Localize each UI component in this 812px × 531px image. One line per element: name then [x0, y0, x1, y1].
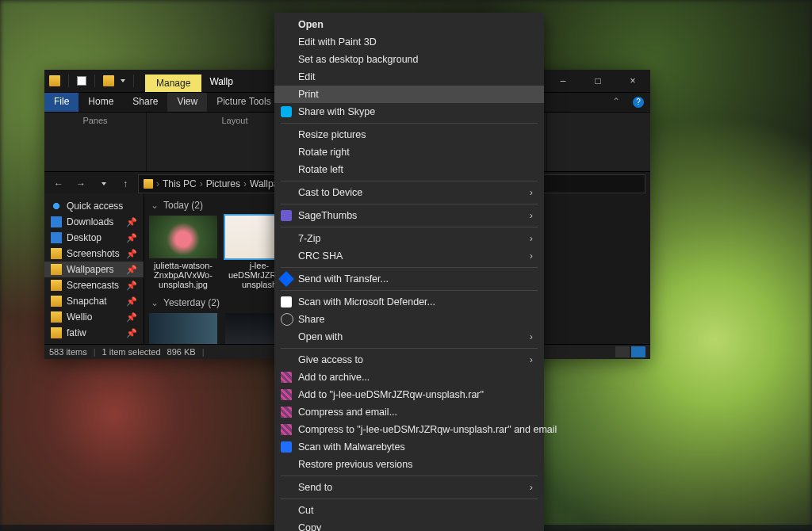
menu-item[interactable]: SageThumbs›	[274, 207, 544, 224]
pin-icon: 📌	[126, 233, 137, 243]
menu-item[interactable]: Scan with Malwarebytes	[274, 438, 544, 456]
chevron-down-icon	[102, 182, 106, 185]
pin-icon: 📌	[126, 217, 137, 227]
menu-item[interactable]: Edit with Paint 3D	[274, 33, 544, 51]
breadcrumb-segment[interactable]: Pictures	[206, 178, 240, 189]
pin-icon: 📌	[126, 296, 137, 307]
pin-icon: 📌	[126, 312, 137, 323]
view-thumbnails-button[interactable]	[631, 346, 645, 357]
thumbnail-image	[149, 313, 217, 345]
menu-item[interactable]: Set as desktop background	[274, 51, 544, 68]
menu-item-icon	[281, 296, 292, 308]
menu-item-label: Give access to	[298, 354, 363, 365]
menu-item[interactable]: Restore previous versions	[274, 456, 544, 473]
menu-item[interactable]: Copy	[274, 519, 544, 531]
back-button[interactable]: ←	[49, 174, 68, 193]
menu-item[interactable]: CRC SHA›	[274, 247, 544, 265]
menu-item[interactable]: Send with Transfer...	[274, 270, 544, 288]
menu-item[interactable]: Rotate right	[274, 143, 544, 161]
menu-item[interactable]: Resize pictures	[274, 126, 544, 143]
context-menu: OpenEdit with Paint 3DSet as desktop bac…	[274, 13, 544, 531]
menu-item[interactable]: Cast to Device›	[274, 184, 544, 201]
menu-item-icon	[281, 389, 292, 400]
forward-button[interactable]: →	[71, 174, 90, 193]
sidebar-item-label: Screenshots	[67, 248, 120, 259]
submenu-arrow-icon: ›	[530, 210, 533, 221]
sidebar-item[interactable]: Screencasts📌	[44, 277, 144, 293]
menu-item[interactable]: Share	[274, 311, 544, 328]
quick-access-toolbar	[44, 70, 137, 92]
folder-icon	[51, 280, 62, 291]
sidebar-quick-access[interactable]: Quick access	[44, 198, 144, 214]
tab-view[interactable]: View	[167, 93, 207, 112]
sidebar-item[interactable]: Snapchat📌	[44, 293, 144, 309]
menu-item-icon	[281, 407, 292, 418]
sidebar-item[interactable]: Downloads📌	[44, 214, 144, 230]
close-button[interactable]: ×	[615, 70, 650, 92]
menu-item[interactable]: Compress to "j-lee-ueDSMrJZRqw-unsplash.…	[274, 421, 544, 438]
menu-item-label: Rotate left	[298, 164, 343, 175]
status-item-count: 583 items	[49, 347, 87, 357]
menu-item[interactable]: Send to›	[274, 479, 544, 496]
window-title: Wallp	[201, 71, 241, 92]
file-thumbnail[interactable]	[149, 313, 217, 345]
sidebar-item-label: fatiw	[67, 327, 86, 338]
pin-icon: 📌	[126, 265, 137, 275]
folder-icon	[51, 248, 62, 259]
qat-dropdown-icon[interactable]	[121, 79, 125, 82]
qat-checkbox-icon[interactable]	[77, 76, 86, 86]
sidebar-item[interactable]: Wellio📌	[44, 309, 144, 325]
sidebar-item[interactable]: Screenshots📌	[44, 246, 144, 262]
up-button[interactable]: ↑	[116, 174, 135, 193]
menu-item-icon	[278, 271, 294, 287]
tab-home[interactable]: Home	[79, 93, 123, 112]
file-thumbnail[interactable]: julietta-watson-ZnxbpAIVxWo-unsplash.jpg	[149, 216, 217, 289]
submenu-arrow-icon: ›	[530, 354, 533, 365]
menu-item-label: 7-Zip	[298, 233, 320, 244]
menu-item[interactable]: Add to archive...	[274, 369, 544, 386]
submenu-arrow-icon: ›	[530, 187, 533, 198]
menu-item[interactable]: 7-Zip›	[274, 230, 544, 247]
sidebar-item-label: Snapchat	[67, 296, 107, 307]
menu-item-label: Set as desktop background	[298, 54, 419, 65]
tab-file[interactable]: File	[44, 93, 79, 112]
recent-dropdown[interactable]	[94, 174, 113, 193]
menu-item[interactable]: Print	[274, 86, 544, 103]
ribbon-group-label: Panes	[49, 114, 141, 127]
menu-item[interactable]: Compress and email...	[274, 403, 544, 421]
maximize-button[interactable]: □	[580, 70, 615, 92]
tab-picture-tools[interactable]: Picture Tools	[207, 93, 280, 112]
sidebar-item[interactable]: Desktop📌	[44, 230, 144, 246]
menu-item[interactable]: Add to "j-lee-ueDSMrJZRqw-unsplash.rar"	[274, 386, 544, 403]
menu-separator	[281, 181, 538, 181]
status-size: 896 KB	[167, 347, 196, 357]
menu-item-label: Copy	[298, 522, 321, 531]
menu-item-icon	[281, 441, 292, 453]
manage-contextual-tab[interactable]: Manage	[145, 74, 201, 92]
menu-item-icon	[281, 424, 292, 435]
menu-item-icon	[281, 313, 293, 326]
menu-separator	[281, 204, 538, 204]
tab-share[interactable]: Share	[123, 93, 167, 112]
sidebar-item[interactable]: fatiw📌	[44, 325, 144, 341]
menu-item-label: Add to "j-lee-ueDSMrJZRqw-unsplash.rar"	[298, 389, 484, 400]
menu-item[interactable]: Cut	[274, 502, 544, 519]
view-details-button[interactable]	[615, 346, 630, 357]
folder-icon	[49, 75, 60, 86]
help-button[interactable]: ?	[626, 93, 650, 112]
menu-item[interactable]: Give access to›	[274, 351, 544, 369]
menu-item-label: Scan with Malwarebytes	[298, 441, 405, 453]
menu-item[interactable]: Edit	[274, 68, 544, 86]
menu-item[interactable]: Share with Skype	[274, 103, 544, 120]
menu-item[interactable]: Scan with Microsoft Defender...	[274, 293, 544, 311]
collapse-ribbon-button[interactable]: ⌃	[606, 93, 626, 112]
minimize-button[interactable]: –	[546, 70, 580, 92]
menu-item-label: SageThumbs	[298, 210, 357, 221]
sidebar-item[interactable]: Wallpapers📌	[44, 262, 144, 277]
breadcrumb-segment[interactable]: This PC	[163, 178, 197, 189]
pin-icon: 📌	[126, 328, 137, 338]
menu-item[interactable]: Open	[274, 16, 544, 33]
menu-item[interactable]: Rotate left	[274, 161, 544, 178]
submenu-arrow-icon: ›	[530, 233, 533, 244]
menu-item[interactable]: Open with›	[274, 328, 544, 346]
